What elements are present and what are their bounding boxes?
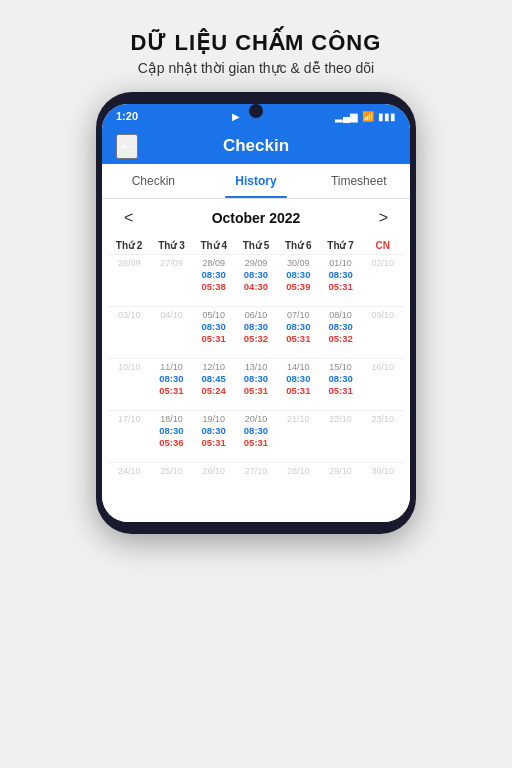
cal-cell[interactable]: 30/0908:3005:39 [277, 254, 319, 306]
tab-timesheet[interactable]: Timesheet [307, 164, 410, 198]
cal-cell[interactable]: 18/1008:3005:36 [150, 410, 192, 462]
cal-date: 12/10 [202, 362, 225, 372]
phone-screen: 1:20 ▶ ▂▄▆ 📶 ▮▮▮ ← Checkin Checkin Histo… [102, 104, 410, 522]
cal-checkout-time: 05:32 [244, 333, 268, 345]
wifi-icon: 📶 [362, 111, 374, 122]
tab-checkin[interactable]: Checkin [102, 164, 205, 198]
cal-date: 05/10 [202, 310, 225, 320]
cal-checkin-time: 08:30 [244, 321, 268, 333]
cal-date: 29/09 [245, 258, 268, 268]
cal-cell[interactable]: 01/1008:3005:31 [319, 254, 361, 306]
cal-date: 03/10 [118, 310, 141, 320]
cal-cell[interactable]: 10/10 [108, 358, 150, 410]
cal-date: 11/10 [160, 362, 183, 372]
cal-checkout-time: 05:31 [328, 385, 352, 397]
cal-checkin-time: 08:30 [202, 269, 226, 281]
cal-date: 01/10 [329, 258, 352, 268]
app-bar-title: Checkin [223, 136, 289, 156]
cal-cell[interactable]: 03/10 [108, 306, 150, 358]
dow-mon: Thứ 2 [108, 237, 150, 254]
cal-cell[interactable]: 16/10 [362, 358, 404, 410]
cal-cell[interactable]: 28/0908:3005:38 [193, 254, 235, 306]
cal-date: 27/10 [245, 466, 268, 476]
phone-shell: 1:20 ▶ ▂▄▆ 📶 ▮▮▮ ← Checkin Checkin Histo… [96, 92, 416, 534]
cal-date: 27/09 [160, 258, 183, 268]
cal-date: 19/10 [202, 414, 225, 424]
signal-icon: ▂▄▆ [335, 111, 358, 122]
cal-cell[interactable]: 29/10 [319, 462, 361, 514]
cal-date: 22/10 [329, 414, 352, 424]
cal-date: 15/10 [329, 362, 352, 372]
cal-cell[interactable]: 27/10 [235, 462, 277, 514]
cal-date: 10/10 [118, 362, 141, 372]
cal-cell[interactable]: 11/1008:3005:31 [150, 358, 192, 410]
tab-history[interactable]: History [205, 164, 308, 198]
navigation-icon: ▶ [232, 111, 240, 122]
dow-thu: Thứ 5 [235, 237, 277, 254]
cal-cell[interactable]: 08/1008:3005:32 [319, 306, 361, 358]
cal-cell[interactable]: 17/10 [108, 410, 150, 462]
page-title: DỮ LIỆU CHẤM CÔNG [131, 30, 382, 56]
cal-checkout-time: 05:39 [286, 281, 310, 293]
cal-checkout-time: 05:31 [286, 333, 310, 345]
cal-checkout-time: 05:31 [159, 385, 183, 397]
status-icons: ▂▄▆ 📶 ▮▮▮ [335, 111, 396, 122]
cal-cell[interactable]: 06/1008:3005:32 [235, 306, 277, 358]
cal-checkin-time: 08:30 [159, 425, 183, 437]
cal-cell[interactable]: 21/10 [277, 410, 319, 462]
dow-tue: Thứ 3 [150, 237, 192, 254]
cal-cell[interactable]: 07/1008:3005:31 [277, 306, 319, 358]
back-button[interactable]: ← [116, 134, 138, 159]
cal-date: 04/10 [160, 310, 183, 320]
next-month-button[interactable]: > [371, 207, 396, 229]
cal-date: 28/09 [202, 258, 225, 268]
cal-cell[interactable]: 02/10 [362, 254, 404, 306]
phone-notch [249, 104, 263, 118]
cal-cell[interactable]: 09/10 [362, 306, 404, 358]
cal-date: 20/10 [245, 414, 268, 424]
cal-checkout-time: 05:31 [244, 385, 268, 397]
cal-cell[interactable]: 28/10 [277, 462, 319, 514]
app-bar: ← Checkin [102, 128, 410, 164]
cal-date: 13/10 [245, 362, 268, 372]
cal-cell[interactable]: 30/10 [362, 462, 404, 514]
cal-checkin-time: 08:30 [202, 321, 226, 333]
cal-cell[interactable]: 14/1008:3005:31 [277, 358, 319, 410]
cal-cell[interactable]: 22/10 [319, 410, 361, 462]
cal-checkout-time: 05:38 [202, 281, 226, 293]
cal-date: 23/10 [372, 414, 395, 424]
cal-checkout-time: 05:24 [202, 385, 226, 397]
cal-cell[interactable]: 12/1008:4505:24 [193, 358, 235, 410]
cal-checkin-time: 08:30 [328, 269, 352, 281]
cal-cell[interactable]: 13/1008:3005:31 [235, 358, 277, 410]
cal-cell[interactable]: 29/0908:3004:30 [235, 254, 277, 306]
status-time: 1:20 [116, 110, 138, 122]
cal-checkin-time: 08:30 [328, 321, 352, 333]
cal-cell[interactable]: 04/10 [150, 306, 192, 358]
cal-date: 30/10 [372, 466, 395, 476]
prev-month-button[interactable]: < [116, 207, 141, 229]
cal-cell[interactable]: 24/10 [108, 462, 150, 514]
cal-checkout-time: 05:31 [244, 437, 268, 449]
cal-cell[interactable]: 15/1008:3005:31 [319, 358, 361, 410]
cal-checkout-time: 05:31 [328, 281, 352, 293]
month-nav: < October 2022 > [108, 199, 404, 237]
dow-fri: Thứ 6 [277, 237, 319, 254]
calendar: < October 2022 > Thứ 2 Thứ 3 Thứ 4 Thứ 5… [102, 199, 410, 522]
cal-cell[interactable]: 25/10 [150, 462, 192, 514]
cal-date: 28/10 [287, 466, 310, 476]
cal-checkin-time: 08:30 [244, 425, 268, 437]
cal-date: 25/10 [160, 466, 183, 476]
cal-checkin-time: 08:30 [286, 269, 310, 281]
cal-cell[interactable]: 26/10 [193, 462, 235, 514]
dow-sat: Thứ 7 [319, 237, 361, 254]
cal-cell[interactable]: 19/1008:3005:31 [193, 410, 235, 462]
cal-cell[interactable]: 26/09 [108, 254, 150, 306]
cal-checkout-time: 05:32 [328, 333, 352, 345]
cal-checkin-time: 08:30 [202, 425, 226, 437]
cal-cell[interactable]: 05/1008:3005:31 [193, 306, 235, 358]
cal-cell[interactable]: 27/09 [150, 254, 192, 306]
calendar-grid: 26/0927/0928/0908:3005:3829/0908:3004:30… [108, 254, 404, 514]
cal-cell[interactable]: 20/1008:3005:31 [235, 410, 277, 462]
cal-cell[interactable]: 23/10 [362, 410, 404, 462]
